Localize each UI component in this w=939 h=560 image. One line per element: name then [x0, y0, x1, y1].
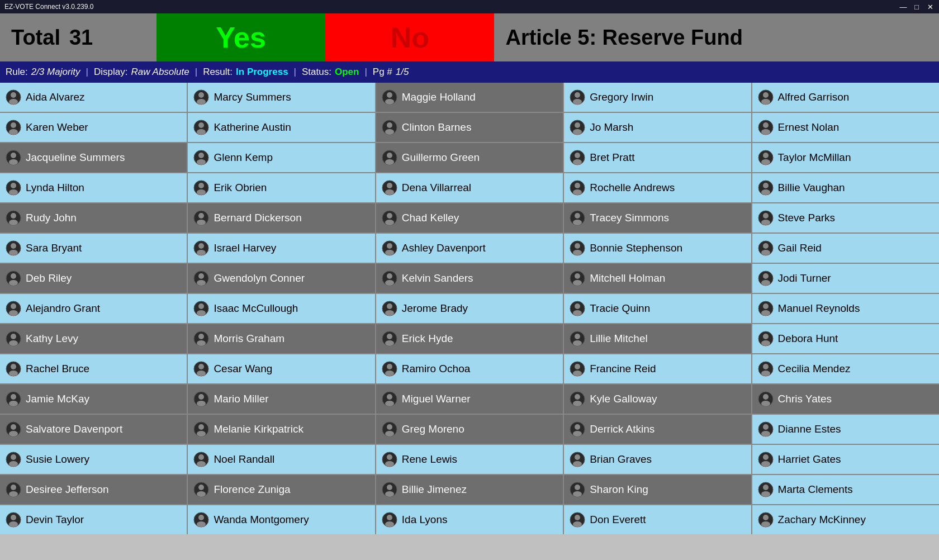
list-item[interactable]: Maggie Holland [376, 83, 563, 112]
list-item[interactable]: Chris Yates [752, 385, 939, 414]
person-name: Erick Hyde [402, 333, 453, 345]
list-item[interactable]: Desiree Jefferson [0, 475, 187, 504]
list-item[interactable]: Devin Taylor [0, 505, 187, 534]
list-item[interactable]: Lillie Mitchel [564, 324, 751, 353]
list-item[interactable]: Rochelle Andrews [564, 173, 751, 202]
list-item[interactable]: Debora Hunt [752, 324, 939, 353]
list-item[interactable]: Rene Lewis [376, 445, 563, 474]
list-item[interactable]: Erick Hyde [376, 324, 563, 353]
list-item[interactable]: Kyle Galloway [564, 385, 751, 414]
svg-point-202 [387, 485, 392, 490]
list-item[interactable]: Rudy John [0, 203, 187, 232]
list-item[interactable]: Marcy Summers [188, 83, 374, 112]
list-item[interactable]: Billie Jimenez [376, 475, 563, 504]
list-item[interactable]: Don Everett [564, 505, 751, 534]
list-item[interactable]: Lynda Hilton [0, 173, 187, 202]
svg-point-97 [387, 273, 392, 279]
list-item[interactable]: Marta Clements [752, 475, 939, 504]
list-item[interactable]: Karen Weber [0, 113, 187, 142]
person-name: Florence Zuniga [214, 483, 290, 496]
list-item[interactable]: Bernard Dickerson [188, 203, 374, 232]
list-item[interactable]: Chad Kelley [376, 203, 563, 232]
list-item[interactable]: Glenn Kemp [188, 143, 374, 172]
list-item[interactable]: Jerome Brady [376, 294, 563, 323]
result-value: In Progress [236, 67, 288, 78]
list-item[interactable]: Manuel Reynolds [752, 294, 939, 323]
list-item[interactable]: Billie Vaughan [752, 173, 939, 202]
list-item[interactable]: Miguel Warner [376, 385, 563, 414]
list-item[interactable]: Jamie McKay [0, 385, 187, 414]
minimize-button[interactable]: — [899, 3, 908, 11]
list-item[interactable]: Kathy Levy [0, 324, 187, 353]
svg-point-2 [9, 99, 18, 105]
list-item[interactable]: Greg Moreno [376, 415, 563, 444]
list-item[interactable]: Ernest Nolan [752, 113, 939, 142]
list-item[interactable]: Sharon King [564, 475, 751, 504]
list-item[interactable]: Israel Harvey [188, 234, 374, 263]
avatar-icon [6, 482, 21, 497]
maximize-button[interactable]: □ [912, 3, 921, 11]
list-item[interactable]: Ashley Davenport [376, 234, 563, 263]
list-item[interactable]: Bret Pratt [564, 143, 751, 172]
list-item[interactable]: Gail Reid [752, 234, 939, 263]
list-item[interactable]: Mario Miller [188, 385, 374, 414]
list-item[interactable]: Zachary McKinney [752, 505, 939, 534]
list-item[interactable]: Deb Riley [0, 264, 187, 293]
svg-point-122 [9, 340, 18, 346]
list-item[interactable]: Dena Villarreal [376, 173, 563, 202]
list-item[interactable]: Taylor McMillan [752, 143, 939, 172]
list-item[interactable]: Ramiro Ochoa [376, 354, 563, 383]
list-item[interactable]: Aida Alvarez [0, 83, 187, 112]
list-item[interactable]: Alfred Garrison [752, 83, 939, 112]
list-item[interactable]: Katherine Austin [188, 113, 374, 142]
list-item[interactable]: Isaac McCullough [188, 294, 374, 323]
list-item[interactable]: Erik Obrien [188, 173, 374, 202]
list-item[interactable]: Wanda Montgomery [188, 505, 374, 534]
list-item[interactable]: Jo Marsh [564, 113, 751, 142]
svg-point-80 [197, 250, 206, 255]
svg-point-100 [575, 273, 580, 279]
list-item[interactable]: Bonnie Stephenson [564, 234, 751, 263]
person-name: Jo Marsh [590, 121, 633, 134]
list-item[interactable]: Melanie Kirkpatrick [188, 415, 374, 444]
list-item[interactable]: Noel Randall [188, 445, 374, 474]
list-item[interactable]: Sara Bryant [0, 234, 187, 263]
list-item[interactable]: Gwendolyn Conner [188, 264, 374, 293]
avatar-icon [382, 150, 397, 165]
svg-point-37 [387, 153, 392, 158]
list-item[interactable]: Guillermo Green [376, 143, 563, 172]
list-item[interactable]: Cecilia Mendez [752, 354, 939, 383]
list-item[interactable]: Alejandro Grant [0, 294, 187, 323]
person-name: Lynda Hilton [26, 182, 84, 194]
list-item[interactable]: Kelvin Sanders [376, 264, 563, 293]
list-item[interactable]: Ida Lyons [376, 505, 563, 534]
list-item[interactable]: Francine Reid [564, 354, 751, 383]
svg-point-95 [197, 280, 206, 286]
list-item[interactable]: Rachel Bruce [0, 354, 187, 383]
list-item[interactable]: Jodi Turner [752, 264, 939, 293]
list-item[interactable]: Mitchell Holman [564, 264, 751, 293]
close-button[interactable]: ✕ [926, 3, 935, 11]
person-name: Dianne Estes [778, 423, 841, 435]
list-item[interactable]: Tracey Simmons [564, 203, 751, 232]
list-item[interactable]: Derrick Atkins [564, 415, 751, 444]
list-item[interactable]: Jacqueline Summers [0, 143, 187, 172]
list-item[interactable]: Brian Graves [564, 445, 751, 474]
info-bar: Rule: 2/3 Majority | Display: Raw Absolu… [0, 61, 939, 83]
list-item[interactable]: Cesar Wang [188, 354, 374, 383]
list-item[interactable]: Harriet Gates [752, 445, 939, 474]
list-item[interactable]: Salvatore Davenport [0, 415, 187, 444]
list-item[interactable]: Steve Parks [752, 203, 939, 232]
list-item[interactable]: Florence Zuniga [188, 475, 374, 504]
svg-point-44 [761, 159, 770, 165]
svg-point-170 [197, 431, 206, 436]
avatar-icon [193, 331, 209, 347]
avatar-icon [193, 120, 209, 135]
list-item[interactable]: Dianne Estes [752, 415, 939, 444]
list-item[interactable]: Morris Graham [188, 324, 374, 353]
svg-point-23 [385, 129, 394, 135]
list-item[interactable]: Gregory Irwin [564, 83, 751, 112]
list-item[interactable]: Susie Lowery [0, 445, 187, 474]
list-item[interactable]: Tracie Quinn [564, 294, 751, 323]
list-item[interactable]: Clinton Barnes [376, 113, 563, 142]
